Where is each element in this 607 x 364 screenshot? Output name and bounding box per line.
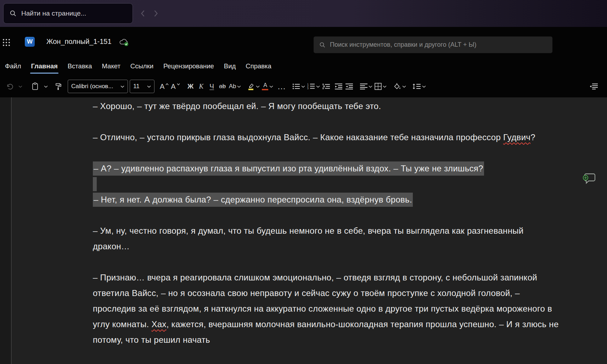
- ribbon-tabs: Файл Главная Вставка Макет Ссылки Реценз…: [0, 57, 607, 75]
- undo-button[interactable]: [4, 79, 15, 93]
- chevron-down-icon: [147, 85, 151, 88]
- document-title[interactable]: Жон_полный_1-151: [46, 38, 112, 46]
- empty-line[interactable]: [93, 207, 561, 223]
- font-name-select[interactable]: Calibri (основ...: [68, 80, 128, 93]
- increase-indent-icon: [345, 83, 353, 90]
- paragraph[interactable]: – Ум, ну, честно говоря, я думал, что ты…: [93, 223, 561, 254]
- find-previous-button[interactable]: [140, 10, 145, 19]
- selected-text-run: – А? – удивленно распахнув глаза я выпус…: [93, 161, 484, 176]
- chevron-down-icon: [237, 85, 241, 88]
- paragraph[interactable]: – Нет, я нет. А должна была? – сдержанно…: [93, 192, 561, 207]
- shrink-font-button[interactable]: А: [170, 79, 181, 93]
- misspelled-word: Хах: [151, 319, 166, 329]
- tab-view[interactable]: Вид: [219, 57, 241, 75]
- line-spacing-icon: [412, 83, 421, 90]
- paragraph[interactable]: – Хорошо, – тут же твёрдо пообещал ей. –…: [93, 98, 561, 114]
- empty-line[interactable]: [93, 114, 561, 130]
- bold-button[interactable]: Ж: [185, 79, 196, 93]
- undo-icon: [6, 83, 13, 90]
- shading-button[interactable]: [392, 79, 407, 93]
- tab-insert[interactable]: Вставка: [63, 57, 97, 75]
- arrow-down-icon: [177, 83, 180, 86]
- search-icon: [319, 42, 326, 48]
- search-placeholder: Поиск инструментов, справки и другого (A…: [330, 41, 476, 49]
- home-ribbon-toolbar: Calibri (основ... 11 А А Ж К Ч ab Ab: [0, 75, 607, 97]
- text-direction-button[interactable]: [589, 79, 599, 93]
- chevron-down-icon: [316, 85, 320, 88]
- highlighter-icon: [247, 83, 255, 90]
- paint-bucket-icon: [393, 83, 401, 90]
- multilevel-list-button[interactable]: [321, 79, 332, 93]
- tell-me-search-input[interactable]: Поиск инструментов, справки и другого (A…: [314, 36, 552, 53]
- bullets-button[interactable]: [291, 79, 306, 93]
- line-spacing-button[interactable]: [411, 79, 427, 93]
- text-run: – Отлично, – устало прикрыв глаза выдохн…: [93, 132, 503, 142]
- paragraph[interactable]: – Отлично, – устало прикрыв глаза выдохн…: [93, 130, 561, 145]
- italic-button[interactable]: К: [196, 79, 207, 93]
- borders-button[interactable]: [373, 79, 388, 93]
- paste-dropdown[interactable]: [40, 79, 51, 93]
- paragraph[interactable]: – А? – удивленно распахнув глаза я выпус…: [93, 161, 561, 176]
- more-options-button[interactable]: …: [276, 79, 287, 93]
- autosave-cloud-icon[interactable]: [119, 38, 129, 48]
- chevron-down-icon: [256, 85, 260, 88]
- grow-font-button[interactable]: А: [159, 79, 170, 93]
- align-button[interactable]: [359, 79, 373, 93]
- add-comment-icon: [582, 173, 596, 184]
- chevron-down-icon: [18, 85, 22, 88]
- word-logo-icon[interactable]: W: [25, 37, 35, 47]
- format-painter-icon: [55, 83, 62, 90]
- decrease-indent-icon: [335, 83, 343, 90]
- paste-button[interactable]: [30, 79, 40, 93]
- tab-help[interactable]: Справка: [241, 57, 276, 75]
- page-left-edge: [0, 97, 12, 364]
- new-comment-button[interactable]: [582, 172, 596, 184]
- text-direction-icon: [590, 83, 598, 90]
- format-painter-button[interactable]: [53, 79, 63, 93]
- chevron-down-icon: [383, 85, 387, 88]
- chevron-down-icon: [120, 85, 124, 88]
- tab-file[interactable]: Файл: [0, 57, 26, 75]
- numbering-button[interactable]: 1 2 3: [306, 79, 321, 93]
- titlebar: W Жон_полный_1-151 Поиск инструментов, с…: [0, 27, 607, 57]
- text-run: – Ум, ну, честно говоря, я думал, что ты…: [93, 226, 523, 251]
- document-canvas: – Хорошо, – тут же твёрдо пообещал ей. –…: [0, 97, 607, 364]
- misspelled-word: Гудвич: [503, 132, 530, 142]
- underline-button[interactable]: Ч: [207, 79, 217, 93]
- find-next-button[interactable]: [153, 10, 159, 19]
- strikethrough-button[interactable]: ab: [217, 79, 228, 93]
- chevron-down-icon: [422, 85, 426, 88]
- numbered-list-icon: 1 2 3: [307, 83, 315, 90]
- chevron-down-icon: [44, 85, 48, 88]
- text-highlight-button[interactable]: [246, 79, 261, 93]
- empty-line[interactable]: [93, 145, 561, 161]
- tab-layout[interactable]: Макет: [97, 57, 125, 75]
- tab-home[interactable]: Главная: [26, 57, 62, 75]
- align-left-icon: [360, 83, 367, 90]
- chevron-down-icon: [301, 85, 305, 88]
- paragraph[interactable]: [93, 176, 561, 192]
- word-window: Найти на странице... W Жон_полный_1-151: [0, 0, 607, 364]
- chevron-down-icon: [402, 85, 406, 88]
- font-color-button[interactable]: А: [261, 79, 274, 93]
- app-launcher-icon[interactable]: [3, 39, 10, 46]
- font-color-icon: А: [262, 83, 268, 90]
- borders-icon: [375, 83, 382, 90]
- text-run: ?: [530, 132, 535, 142]
- decrease-indent-button[interactable]: [333, 79, 344, 93]
- paragraph[interactable]: – Признаю… вчера я реагировала слишком э…: [93, 270, 561, 348]
- find-on-page-input[interactable]: Найти на странице...: [3, 3, 133, 24]
- tab-review[interactable]: Рецензирование: [158, 57, 219, 75]
- empty-line[interactable]: [93, 254, 561, 270]
- undo-dropdown[interactable]: [15, 79, 26, 93]
- clipboard-icon: [32, 83, 38, 90]
- multilevel-list-icon: [322, 83, 330, 90]
- bulleted-list-icon: [292, 83, 300, 90]
- text-run: – Хорошо, – тут же твёрдо пообещал ей. –…: [93, 101, 381, 111]
- font-size-select[interactable]: 11: [130, 80, 154, 93]
- increase-indent-button[interactable]: [344, 79, 355, 93]
- change-case-button[interactable]: Ab: [228, 79, 242, 93]
- document-content[interactable]: – Хорошо, – тут же твёрдо пообещал ей. –…: [93, 98, 561, 348]
- tab-references[interactable]: Ссылки: [125, 57, 158, 75]
- find-on-page-bar: Найти на странице...: [0, 0, 607, 27]
